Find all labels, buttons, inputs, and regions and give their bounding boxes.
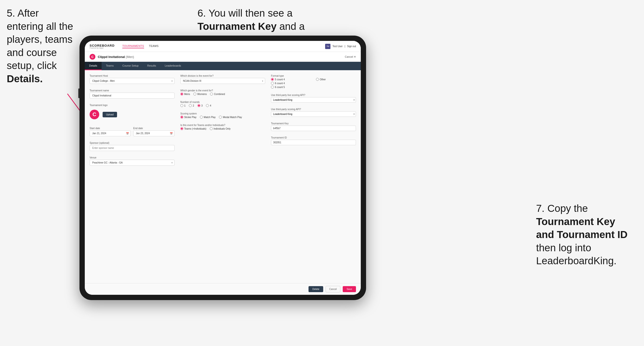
logo-upload-area: C Upload bbox=[90, 107, 174, 122]
format-5count4[interactable]: 5 count 4 bbox=[271, 78, 311, 81]
right-column: Format type 5 count 4 Other bbox=[271, 75, 356, 168]
venue-select[interactable]: Peachtree GC - Atlanta - GA bbox=[90, 160, 174, 166]
tablet-screen: SCOREBOARD Powered by clippd TOURNAMENTS… bbox=[85, 41, 361, 295]
rounds-group: Number of rounds 1 2 bbox=[180, 101, 266, 107]
third-party-1-select[interactable]: Leaderboard King bbox=[271, 97, 356, 103]
main-content: Tournament Host Clippd College - Men Tou… bbox=[85, 70, 361, 283]
format-type-label: Format type bbox=[271, 75, 356, 77]
upload-button[interactable]: Upload bbox=[102, 112, 117, 117]
save-button[interactable]: Save bbox=[343, 286, 356, 292]
gender-radio-group: Mens Womens Combined bbox=[180, 93, 266, 95]
format-6count4[interactable]: 6 count 4 bbox=[271, 82, 311, 85]
sponsor-input[interactable] bbox=[90, 145, 174, 151]
division-group: Which division is the event for? NCAA Di… bbox=[180, 75, 266, 84]
scoring-match[interactable]: Match Play bbox=[200, 116, 216, 119]
round-3[interactable]: 3 bbox=[198, 104, 203, 107]
end-date-group: End date 📅 bbox=[133, 127, 174, 136]
logo-preview: C bbox=[90, 110, 99, 119]
tournament-name-input[interactable] bbox=[90, 93, 174, 99]
tournament-key-group: Tournament Key b4f5b7 bbox=[271, 122, 356, 131]
annotation-step7: 7. Copy the Tournament Keyand Tournament… bbox=[536, 202, 637, 268]
scoring-radio-group: Stroke Play Match Play Medal Match Play bbox=[180, 116, 266, 119]
action-bar: Delete Cancel Save bbox=[85, 283, 361, 295]
tournament-id-group: Tournament ID 302051 bbox=[271, 136, 356, 145]
dates-group: Start date 📅 End date 📅 bbox=[90, 127, 174, 136]
user-avatar: TU bbox=[325, 44, 330, 49]
tournament-title: Clippd Invitational (Men) bbox=[98, 55, 134, 59]
rounds-radio-group: 1 2 3 4 bbox=[180, 104, 266, 107]
nav-separator: | bbox=[345, 45, 345, 48]
third-party-1-clear[interactable]: ✕ bbox=[353, 99, 355, 101]
teams-label: Is this event for Teams and/or Individua… bbox=[180, 124, 266, 127]
venue-select-wrapper: Peachtree GC - Atlanta - GA bbox=[90, 160, 174, 166]
nav-right: TU Test User | Sign out bbox=[325, 44, 356, 49]
venue-group: Venue Peachtree GC - Atlanta - GA bbox=[90, 156, 174, 166]
start-date-group: Start date 📅 bbox=[90, 127, 131, 136]
gender-mens[interactable]: Mens bbox=[180, 93, 190, 95]
gender-label: Which gender is the event for? bbox=[180, 89, 266, 92]
teams-plus-individuals[interactable]: Teams (+Individuals) bbox=[180, 127, 206, 130]
tab-leaderboards[interactable]: Leaderboards bbox=[160, 62, 186, 70]
format-other[interactable]: Other bbox=[316, 78, 356, 81]
third-party-1-group: Use third-party live scoring API? Leader… bbox=[271, 94, 356, 103]
end-date-wrapper: 📅 bbox=[133, 130, 174, 136]
end-date-label: End date bbox=[133, 127, 174, 130]
tab-details[interactable]: Details bbox=[85, 62, 102, 70]
format-6count5[interactable]: 6 count 5 bbox=[271, 86, 311, 88]
scoring-medal-match[interactable]: Medal Match Play bbox=[219, 116, 242, 119]
calendar-icon: 📅 bbox=[126, 132, 129, 135]
left-column: Tournament Host Clippd College - Men Tou… bbox=[90, 75, 174, 168]
tournament-host-select-wrapper: Clippd College - Men bbox=[90, 78, 174, 84]
round-1[interactable]: 1 bbox=[180, 104, 186, 107]
user-label: Test User bbox=[332, 45, 342, 48]
individuals-only[interactable]: Individuals Only bbox=[210, 127, 231, 130]
round-4[interactable]: 4 bbox=[206, 104, 211, 107]
format-empty1 bbox=[316, 82, 356, 85]
third-party-2-select-wrapper: Leaderboard King ✕ bbox=[271, 111, 356, 117]
teams-group: Is this event for Teams and/or Individua… bbox=[180, 124, 266, 130]
division-label: Which division is the event for? bbox=[180, 75, 266, 77]
start-date-wrapper: 📅 bbox=[90, 130, 131, 136]
gender-combined[interactable]: Combined bbox=[210, 93, 225, 95]
start-date-label: Start date bbox=[90, 127, 131, 130]
tab-results[interactable]: Results bbox=[143, 62, 160, 70]
nav-links: TOURNAMENTS TEAMS bbox=[122, 44, 159, 48]
third-party-2-clear[interactable]: ✕ bbox=[353, 113, 355, 115]
start-date-input[interactable] bbox=[90, 130, 131, 136]
calendar-icon-end: 📅 bbox=[170, 132, 173, 135]
division-select-wrapper: NCAA Division III bbox=[180, 78, 266, 84]
sponsor-group: Sponsor (optional) bbox=[90, 142, 174, 151]
top-nav: SCOREBOARD Powered by clippd TOURNAMENTS… bbox=[85, 41, 361, 52]
logo-main-text: SCOREBOARD bbox=[90, 44, 115, 47]
end-date-input[interactable] bbox=[133, 130, 174, 136]
tournament-logo-label: Tournament logo bbox=[90, 104, 174, 107]
tab-teams[interactable]: Teams bbox=[102, 62, 118, 70]
tournament-id-label: Tournament ID bbox=[271, 136, 356, 139]
tournament-header: C Clippd Invitational (Men) Cancel ✕ bbox=[85, 52, 361, 62]
sponsor-label: Sponsor (optional) bbox=[90, 142, 174, 144]
delete-button[interactable]: Delete bbox=[308, 286, 323, 292]
third-party-1-label: Use third-party live scoring API? bbox=[271, 94, 356, 96]
tournament-name-label: Tournament name bbox=[90, 89, 174, 92]
format-type-group: Format type 5 count 4 Other bbox=[271, 75, 356, 88]
logo-sub-text: Powered by clippd bbox=[90, 47, 115, 49]
middle-column: Which division is the event for? NCAA Di… bbox=[180, 75, 266, 168]
third-party-2-group: Use third-party scoring API? Leaderboard… bbox=[271, 108, 356, 117]
scoring-stroke[interactable]: Stroke Play bbox=[180, 116, 196, 119]
scoring-group: Scoring system Stroke Play Match Play bbox=[180, 112, 266, 119]
tournament-cancel[interactable]: Cancel ✕ bbox=[345, 55, 356, 58]
gender-womens[interactable]: Womens bbox=[194, 93, 207, 95]
nav-link-tournaments[interactable]: TOURNAMENTS bbox=[122, 44, 144, 48]
tab-course-setup[interactable]: Course Setup bbox=[118, 62, 143, 70]
cancel-button[interactable]: Cancel bbox=[326, 286, 340, 292]
round-2[interactable]: 2 bbox=[189, 104, 194, 107]
tournament-logo-group: Tournament logo C Upload bbox=[90, 104, 174, 122]
sign-out-link[interactable]: Sign out bbox=[347, 45, 356, 48]
teams-radio-group: Teams (+Individuals) Individuals Only bbox=[180, 127, 266, 130]
third-party-2-label: Use third-party scoring API? bbox=[271, 108, 356, 111]
third-party-2-select[interactable]: Leaderboard King bbox=[271, 111, 356, 117]
rounds-label: Number of rounds bbox=[180, 101, 266, 103]
tournament-host-select[interactable]: Clippd College - Men bbox=[90, 78, 174, 84]
nav-link-teams[interactable]: TEAMS bbox=[149, 44, 158, 48]
division-select[interactable]: NCAA Division III bbox=[180, 78, 266, 84]
